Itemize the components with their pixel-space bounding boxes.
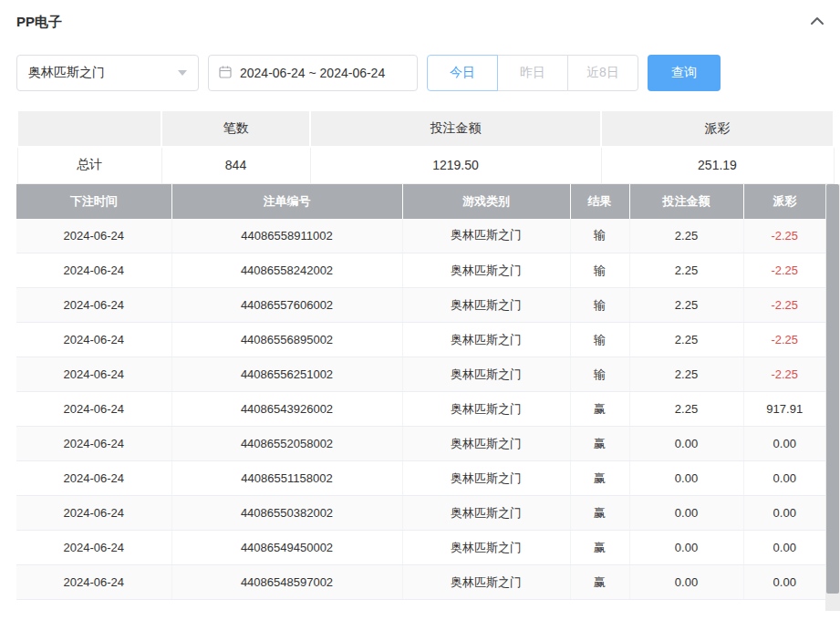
cell-bet-number: 44086549450002	[171, 531, 402, 565]
panel-header: PP电子	[16, 0, 840, 44]
cell-result: 赢	[570, 565, 629, 600]
pp-games-panel: PP电子 奥林匹斯之门 2024-06-24 ~ 2024-06-24	[0, 0, 840, 611]
cell-result: 输	[570, 323, 629, 357]
cell-bet-number: 44086556251002	[171, 357, 402, 392]
quick-date-button[interactable]: 近8日	[567, 55, 638, 91]
quick-date-button[interactable]: 今日	[427, 55, 498, 91]
cell-bet-amount: 0.00	[629, 565, 743, 600]
cell-payout: -2.25	[743, 323, 825, 357]
game-select[interactable]: 奥林匹斯之门	[16, 55, 199, 91]
records-table-area: 下注时间 注单编号 游戏类别 结果 投注金额 派彩 2024-06-24 440…	[16, 184, 840, 612]
cell-game-category: 奥林匹斯之门	[402, 461, 570, 496]
column-header-result: 结果	[570, 184, 629, 219]
table-row: 2024-06-24 44086549450002 奥林匹斯之门 赢 0.00 …	[16, 531, 825, 565]
cell-bet-amount: 2.25	[629, 392, 743, 427]
column-header-bet-time: 下注时间	[16, 184, 171, 219]
search-button[interactable]: 查询	[648, 55, 721, 91]
summary-header-payout: 派彩	[601, 110, 834, 147]
cell-payout: -2.25	[743, 253, 825, 288]
cell-bet-time: 2024-06-24	[16, 531, 171, 565]
summary-total-count: 844	[161, 147, 310, 183]
cell-result: 赢	[570, 427, 629, 461]
cell-game-category: 奥林匹斯之门	[402, 323, 570, 357]
cell-bet-time: 2024-06-24	[16, 496, 171, 531]
cell-payout: -2.25	[743, 288, 825, 323]
cell-payout: -2.25	[743, 219, 825, 253]
cell-bet-amount: 2.25	[629, 219, 743, 253]
cell-payout: 0.00	[743, 565, 825, 600]
cell-bet-number: 44086557606002	[171, 288, 402, 323]
column-header-payout: 派彩	[743, 184, 825, 219]
cell-result: 赢	[570, 531, 629, 565]
cell-payout: 917.91	[743, 392, 825, 427]
game-select-value: 奥林匹斯之门	[28, 65, 105, 81]
cell-bet-amount: 0.00	[629, 531, 743, 565]
table-row: 2024-06-24 44086556251002 奥林匹斯之门 输 2.25 …	[16, 357, 825, 392]
summary-header-empty	[17, 110, 161, 147]
column-header-bet-number: 注单编号	[171, 184, 402, 219]
cell-bet-time: 2024-06-24	[16, 253, 171, 288]
cell-bet-number: 44086543926002	[171, 392, 402, 427]
table-scrollbar[interactable]	[825, 184, 840, 611]
cell-game-category: 奥林匹斯之门	[402, 496, 570, 531]
cell-bet-number: 44086550382002	[171, 496, 402, 531]
records-header-row: 下注时间 注单编号 游戏类别 结果 投注金额 派彩	[16, 184, 825, 219]
cell-game-category: 奥林匹斯之门	[402, 253, 570, 288]
date-range-value: 2024-06-24 ~ 2024-06-24	[240, 66, 385, 80]
cell-bet-time: 2024-06-24	[16, 219, 171, 253]
cell-game-category: 奥林匹斯之门	[402, 357, 570, 392]
table-row: 2024-06-24 44086543926002 奥林匹斯之门 赢 2.25 …	[16, 392, 825, 427]
cell-payout: 0.00	[743, 427, 825, 461]
chevron-up-icon	[810, 16, 824, 29]
table-row: 2024-06-24 44086551158002 奥林匹斯之门 赢 0.00 …	[16, 461, 825, 496]
cell-bet-number: 44086548597002	[171, 565, 402, 600]
cell-result: 输	[570, 219, 629, 253]
quick-date-button[interactable]: 昨日	[497, 55, 568, 91]
cell-game-category: 奥林匹斯之门	[402, 392, 570, 427]
cell-bet-amount: 0.00	[629, 427, 743, 461]
chevron-down-icon	[178, 70, 187, 76]
collapse-panel-button[interactable]	[807, 12, 827, 32]
scrollbar-thumb[interactable]	[826, 184, 839, 594]
cell-game-category: 奥林匹斯之门	[402, 288, 570, 323]
cell-bet-time: 2024-06-24	[16, 323, 171, 357]
cell-bet-amount: 0.00	[629, 461, 743, 496]
column-header-game-category: 游戏类别	[402, 184, 570, 219]
records-table: 下注时间 注单编号 游戏类别 结果 投注金额 派彩 2024-06-24 440…	[16, 184, 825, 601]
cell-bet-amount: 2.25	[629, 323, 743, 357]
cell-bet-number: 44086558911002	[171, 219, 402, 253]
cell-bet-amount: 0.00	[629, 496, 743, 531]
table-row: 2024-06-24 44086548597002 奥林匹斯之门 赢 0.00 …	[16, 565, 825, 600]
cell-bet-amount: 2.25	[629, 288, 743, 323]
quick-date-button-group: 今日 昨日 近8日	[427, 55, 638, 91]
summary-header-count: 笔数	[161, 110, 310, 147]
cell-result: 输	[570, 288, 629, 323]
cell-result: 赢	[570, 392, 629, 427]
cell-bet-number: 44086552058002	[171, 427, 402, 461]
cell-bet-time: 2024-06-24	[16, 565, 171, 600]
cell-result: 赢	[570, 461, 629, 496]
cell-game-category: 奥林匹斯之门	[402, 427, 570, 461]
cell-game-category: 奥林匹斯之门	[402, 531, 570, 565]
summary-total-row: 总计 844 1219.50 251.19	[17, 147, 834, 183]
cell-game-category: 奥林匹斯之门	[402, 219, 570, 253]
cell-payout: 0.00	[743, 496, 825, 531]
table-row: 2024-06-24 44086550382002 奥林匹斯之门 赢 0.00 …	[16, 496, 825, 531]
cell-bet-time: 2024-06-24	[16, 461, 171, 496]
cell-bet-time: 2024-06-24	[16, 392, 171, 427]
calendar-icon	[218, 65, 233, 82]
summary-header-row: 笔数 投注金额 派彩	[17, 110, 834, 147]
cell-result: 赢	[570, 496, 629, 531]
date-range-picker[interactable]: 2024-06-24 ~ 2024-06-24	[208, 55, 418, 91]
cell-result: 输	[570, 357, 629, 392]
cell-payout: 0.00	[743, 461, 825, 496]
cell-bet-time: 2024-06-24	[16, 427, 171, 461]
summary-header-bet-amount: 投注金额	[310, 110, 601, 147]
table-row: 2024-06-24 44086556895002 奥林匹斯之门 输 2.25 …	[16, 323, 825, 357]
table-row: 2024-06-24 44086552058002 奥林匹斯之门 赢 0.00 …	[16, 427, 825, 461]
summary-table: 笔数 投注金额 派彩 总计 844 1219.50 251.19	[16, 109, 835, 184]
cell-bet-number: 44086558242002	[171, 253, 402, 288]
cell-payout: -2.25	[743, 357, 825, 392]
table-row: 2024-06-24 44086558242002 奥林匹斯之门 输 2.25 …	[16, 253, 825, 288]
cell-bet-number: 44086551158002	[171, 461, 402, 496]
